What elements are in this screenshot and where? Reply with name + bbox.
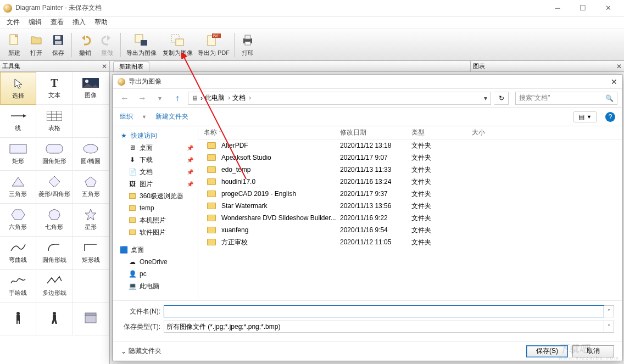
menu-view[interactable]: 查看 [46, 16, 68, 28]
dialog-close-button[interactable]: ✕ [593, 77, 617, 86]
nav-history-dropdown[interactable]: ▾ [153, 91, 167, 105]
tree-node[interactable]: temp [113, 202, 198, 214]
file-row[interactable]: Apeaksoft Studio2020/11/17 9:07文件夹 [198, 152, 622, 164]
export-image-button[interactable]: 导出为图像 [123, 30, 159, 60]
tool-server[interactable] [73, 303, 109, 335]
tool-image[interactable]: 图像 [73, 72, 109, 105]
col-type-header[interactable]: 类型 [411, 128, 472, 137]
hide-folders-toggle[interactable]: ⌄隐藏文件夹 [121, 346, 161, 356]
copy-image-button[interactable]: 复制为图像 [159, 30, 196, 60]
window-close-button[interactable]: ✕ [595, 0, 621, 16]
tree-node[interactable]: 360极速浏览器 [113, 190, 198, 202]
save-button[interactable]: 保存 [47, 30, 69, 60]
print-button[interactable]: 打印 [237, 30, 259, 60]
window-minimize-button[interactable]: ─ [545, 0, 570, 16]
polyline-icon [45, 275, 64, 287]
filename-dropdown[interactable]: ˅ [604, 305, 614, 317]
tool-star[interactable]: 星形 [73, 204, 109, 237]
filename-input[interactable] [164, 305, 604, 317]
menu-help[interactable]: 帮助 [90, 16, 112, 28]
file-row[interactable]: AlterPDF2020/11/12 13:18文件夹 [198, 139, 622, 152]
tree-node[interactable]: ★快速访问 [113, 130, 198, 142]
tool-polyline[interactable]: 多边形线 [36, 270, 73, 303]
open-button[interactable]: 打开 [25, 30, 47, 60]
tool-line[interactable]: 线 [0, 105, 36, 138]
menu-file[interactable]: 文件 [2, 16, 24, 28]
file-row[interactable]: xuanfeng2020/11/16 9:54文件夹 [198, 224, 622, 236]
tool-triangle[interactable]: 三角形 [0, 171, 36, 204]
file-row[interactable]: houdini17.02020/11/16 13:24文件夹 [198, 176, 622, 188]
organize-menu[interactable]: 组织 [120, 112, 133, 121]
tool-freehand[interactable]: 手绘线 [0, 270, 36, 303]
help-button[interactable]: ? [605, 112, 615, 122]
col-date-header[interactable]: 修改日期 [340, 128, 411, 137]
svg-marker-20 [23, 114, 26, 117]
sidebar-close-icon[interactable]: ✕ [102, 63, 107, 70]
tree-node[interactable]: 👤pc [113, 268, 198, 280]
tool-rcurve[interactable]: 圆角形线 [36, 237, 73, 270]
nav-forward-button[interactable]: → [135, 91, 149, 105]
search-input[interactable]: 搜索"文档"🔍 [515, 92, 617, 105]
tree-node[interactable]: ⬇下载📌 [113, 154, 198, 166]
redo-button[interactable]: 重做 [96, 30, 118, 60]
export-pdf-button[interactable]: PDF导出为 PDF [196, 30, 232, 60]
filetype-select[interactable]: 所有图像文件 (*.jpg;*.jpeg;*.png;*.bmp) [164, 321, 604, 333]
tool-curve[interactable]: 弯曲线 [0, 237, 36, 270]
col-size-header[interactable]: 大小 [472, 128, 516, 137]
select-icon [9, 77, 27, 89]
file-row[interactable]: Star Watermark2020/11/13 13:56文件夹 [198, 200, 622, 212]
svg-point-18 [85, 80, 88, 83]
tool-select[interactable]: 选择 [0, 72, 36, 105]
chart-panel-close-icon[interactable]: ✕ [616, 63, 622, 70]
tool-hexagon[interactable]: 六角形 [0, 204, 36, 237]
breadcrumb-path[interactable]: 🖥› 此电脑 文档 ▾ [188, 92, 491, 105]
tool-diamond[interactable]: 菱形/四角形 [36, 171, 73, 204]
undo-button[interactable]: 撤销 [74, 30, 96, 60]
tool-ellipse[interactable]: 圆/椭圆 [73, 138, 109, 171]
tool-person2[interactable] [36, 303, 73, 335]
tree-node[interactable]: 软件图片 [113, 226, 198, 238]
new-folder-button[interactable]: 新建文件夹 [155, 112, 188, 121]
tree-node[interactable]: 本机照片 [113, 214, 198, 226]
tool-rline[interactable]: 矩形线 [73, 237, 109, 270]
tree-node[interactable]: 📄文档📌 [113, 166, 198, 178]
tool-roundrect[interactable]: 圆角矩形 [36, 138, 73, 171]
file-row[interactable]: progeCAD 2019 - English2020/11/17 9:37文件… [198, 188, 622, 200]
triangle-icon [9, 176, 27, 188]
nav-back-button[interactable]: ← [118, 91, 132, 105]
tool-blank1[interactable] [73, 105, 109, 138]
window-maximize-button[interactable]: ☐ [570, 0, 595, 16]
file-row[interactable]: Wondershare DVD Slideshow Builder...2020… [198, 212, 622, 224]
person2-icon [45, 312, 64, 324]
chevron-down-icon: ⌄ [121, 348, 126, 355]
col-name-header[interactable]: 名称ˇ [198, 128, 340, 137]
dialog-icon [118, 78, 125, 86]
tree-node[interactable]: 💻此电脑 [113, 280, 198, 292]
main-toolbar: 新建 打开 保存 撤销 重做 导出为图像 复制为图像 PDF导出为 PDF 打印 [0, 29, 624, 61]
svg-marker-5 [82, 35, 85, 41]
tool-heptagon[interactable]: 七角形 [36, 204, 73, 237]
tab-new-chart[interactable]: 新建图表 [113, 61, 149, 71]
file-row[interactable]: edo_temp2020/11/13 11:33文件夹 [198, 164, 622, 176]
tool-person1[interactable] [0, 303, 36, 335]
view-mode-button[interactable]: ▤▼ [573, 111, 597, 122]
folder-icon [207, 154, 216, 161]
menu-insert[interactable]: 插入 [68, 16, 90, 28]
menu-edit[interactable]: 编辑 [24, 16, 46, 28]
tree-node[interactable]: 🟦桌面 [113, 244, 198, 256]
tool-pentagon[interactable]: 五角形 [73, 171, 109, 204]
search-icon: 🔍 [605, 94, 614, 102]
nav-up-button[interactable]: ↑ [170, 91, 185, 105]
dialog-title: 导出为图像 [129, 77, 161, 86]
filetype-dropdown[interactable]: ˅ [604, 321, 614, 333]
file-row[interactable]: 方正审校2020/11/12 11:05文件夹 [198, 236, 622, 248]
new-button[interactable]: 新建 [3, 30, 25, 60]
tree-node[interactable]: ☁OneDrive [113, 256, 198, 268]
tool-blank2[interactable] [73, 270, 109, 303]
tool-text[interactable]: T文本 [36, 72, 73, 105]
tree-node[interactable]: 🖼图片📌 [113, 178, 198, 190]
tool-table[interactable]: 表格 [36, 105, 73, 138]
tool-rect[interactable]: 矩形 [0, 138, 36, 171]
tree-node[interactable]: 🖥桌面📌 [113, 142, 198, 154]
nav-refresh-button[interactable]: ↻ [494, 92, 509, 105]
